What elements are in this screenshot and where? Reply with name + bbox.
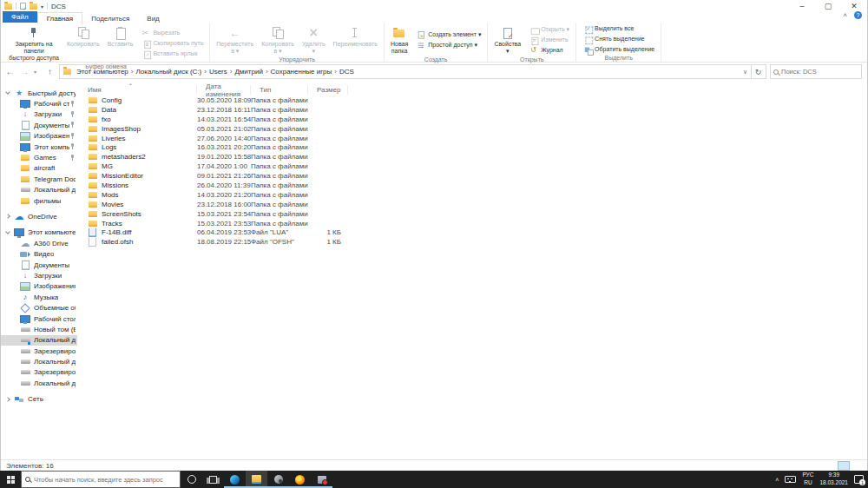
sidebar-item-музыка[interactable]: Музыка bbox=[1, 292, 77, 302]
file-explorer-button[interactable] bbox=[246, 471, 267, 488]
ribbon-button-newfolder[interactable]: Новаяпапка bbox=[387, 23, 411, 56]
ribbon-button-copypath[interactable]: Скопировать путь bbox=[137, 38, 207, 48]
sidebar-item-фильмы[interactable]: фильмы bbox=[1, 195, 77, 206]
sidebar-item-загрузки[interactable]: Загрузки bbox=[1, 109, 77, 120]
sidebar-item-зарезервировано-с[interactable]: Зарезервировано с bbox=[1, 346, 77, 356]
history-dropdown-button[interactable]: ▾ bbox=[34, 69, 41, 75]
file-row[interactable]: Data23.12.2018 16:11Папка с файлами bbox=[79, 105, 867, 115]
column-header-1[interactable]: Дата изменения bbox=[197, 85, 251, 95]
breadcrumb-segment[interactable]: Сохраненные игры bbox=[268, 67, 335, 76]
task-view-button[interactable] bbox=[202, 471, 224, 488]
column-header-3[interactable]: Размер bbox=[308, 85, 348, 95]
tab-Главная[interactable]: Главная bbox=[37, 12, 82, 24]
up-button[interactable]: ↑ bbox=[44, 67, 56, 76]
file-row[interactable]: Liveries27.06.2020 14:40Папка с файлами bbox=[79, 134, 867, 143]
search-input[interactable] bbox=[781, 68, 858, 76]
sidebar-item-изображения[interactable]: Изображения bbox=[1, 131, 77, 142]
chevron-down-icon[interactable] bbox=[5, 229, 10, 234]
thumbnails-view-button[interactable] bbox=[852, 461, 864, 471]
taskbar-search-input[interactable] bbox=[34, 476, 176, 484]
tab-file[interactable]: Файл bbox=[3, 11, 37, 23]
close-button[interactable]: ✕ bbox=[841, 1, 867, 12]
sidebar-item-aircraft[interactable]: aircraft bbox=[1, 163, 77, 174]
ribbon-button-selectall[interactable]: Выделить все bbox=[579, 23, 658, 33]
column-header-0[interactable]: Имя bbox=[79, 85, 197, 95]
sidebar-item-зарезервировано-с[interactable]: Зарезервировано с bbox=[1, 367, 77, 378]
sidebar-item-новый-том-b-[interactable]: Новый том (B:) bbox=[1, 324, 77, 334]
sidebar-item-изображения[interactable]: Изображения bbox=[1, 281, 77, 292]
ribbon-button-cut[interactable]: Вырезать bbox=[137, 28, 207, 37]
sidebar-item-этот-компьютер[interactable]: Этот компьютер bbox=[1, 228, 77, 238]
sidebar-item-объемные-объект[interactable]: Объемные объект bbox=[1, 302, 77, 313]
ribbon-button-open[interactable]: Открыть ▾ bbox=[525, 24, 573, 34]
ribbon-button-move[interactable]: Переместитьв ▾ bbox=[213, 23, 257, 56]
sidebar-item-локальный-диск-c[interactable]: Локальный диск (C bbox=[1, 335, 77, 346]
start-button[interactable] bbox=[0, 471, 21, 488]
file-row[interactable]: F-14B.diff06.04.2019 23:53Файл "LUA"1 КБ bbox=[79, 228, 867, 237]
file-row[interactable]: Config30.05.2020 18:09Папка с файлами bbox=[79, 96, 867, 105]
file-row[interactable]: Logs16.03.2021 20:20Папка с файлами bbox=[79, 142, 867, 152]
sidebar-item-a360-drive[interactable]: A360 Drive bbox=[1, 238, 77, 248]
sidebar-item-документы[interactable]: Документы bbox=[1, 260, 77, 270]
details-view-button[interactable] bbox=[838, 461, 850, 471]
touch-keyboard-icon[interactable] bbox=[785, 476, 796, 483]
breadcrumb-segment[interactable]: Дмитрий bbox=[232, 67, 265, 76]
chevron-right-icon[interactable] bbox=[5, 397, 10, 402]
ribbon-button-deselect[interactable]: Снять выделение bbox=[579, 34, 658, 43]
sidebar-item-telegram-documen[interactable]: Telegram Documen bbox=[1, 174, 77, 184]
sidebar-item-быстрый-доступ[interactable]: Быстрый доступ bbox=[1, 88, 77, 98]
firefox-button[interactable] bbox=[289, 471, 311, 488]
sidebar-item-локальный-диск-x[interactable]: Локальный диск (X bbox=[1, 378, 77, 388]
ribbon-button-invert[interactable]: Обратить выделение bbox=[579, 44, 658, 54]
sidebar-item-видео[interactable]: Видео bbox=[1, 248, 77, 259]
chevron-right-icon[interactable] bbox=[5, 214, 10, 220]
sidebar-item-загрузки[interactable]: Загрузки bbox=[1, 270, 77, 280]
language-indicator[interactable]: РУС RU bbox=[802, 472, 813, 487]
tab-Вид[interactable]: Вид bbox=[138, 13, 168, 24]
ribbon-button-edit[interactable]: Изменить bbox=[525, 35, 573, 44]
ribbon-button-newitem[interactable]: Создать элемент ▾ bbox=[412, 30, 484, 39]
ribbon-button-paste[interactable]: Вставить bbox=[104, 23, 137, 63]
sidebar-item-рабочий-стол[interactable]: Рабочий стол bbox=[1, 313, 77, 324]
screenshot-app-button[interactable] bbox=[311, 471, 332, 488]
ribbon-button-props[interactable]: Свойства▾ bbox=[490, 23, 524, 56]
back-button[interactable]: ← bbox=[4, 67, 16, 76]
forward-button[interactable]: → bbox=[19, 67, 30, 76]
file-row[interactable]: failed.ofsh18.08.2019 22:15Файл "OFSH"1 … bbox=[79, 237, 867, 247]
sidebar-item-onedrive[interactable]: OneDrive bbox=[1, 211, 77, 221]
pinned-app-button[interactable] bbox=[267, 471, 289, 488]
ribbon-button-pin[interactable]: Закрепить на панелибыстрого доступа bbox=[5, 23, 62, 63]
edge-button[interactable] bbox=[224, 471, 246, 488]
qat-dropdown-button[interactable]: ▾ bbox=[41, 3, 43, 10]
file-row[interactable]: Tracks15.03.2021 23:53Папка с файлами bbox=[79, 219, 867, 228]
breadcrumb-segment[interactable]: Users bbox=[207, 67, 230, 76]
sidebar-item-этот-компьютер[interactable]: Этот компьютер bbox=[1, 142, 77, 152]
file-row[interactable]: ScreenShots15.03.2021 23:54Папка с файла… bbox=[79, 209, 867, 219]
file-row[interactable]: Movies23.12.2018 16:00Папка с файлами bbox=[79, 200, 867, 209]
file-row[interactable]: Mods14.03.2020 21:20Папка с файлами bbox=[79, 190, 867, 200]
cortana-button[interactable] bbox=[181, 471, 202, 488]
ribbon-button-easyaccess[interactable]: Простой доступ ▾ bbox=[412, 40, 484, 49]
breadcrumb-segment[interactable]: Локальный диск (C:) bbox=[134, 67, 205, 76]
qat-new-folder-button[interactable] bbox=[30, 3, 37, 10]
column-header-2[interactable]: Тип bbox=[251, 85, 308, 95]
action-center-button[interactable]: 1 bbox=[854, 475, 864, 484]
sidebar-item-сеть[interactable]: Сеть bbox=[1, 394, 77, 405]
file-row[interactable]: Missions26.04.2020 11:39Папка с файлами bbox=[79, 181, 867, 190]
ribbon-button-copyto[interactable]: Копироватьв ▾ bbox=[258, 23, 298, 56]
file-row[interactable]: metashaders219.01.2020 15:58Папка с файл… bbox=[79, 152, 867, 162]
sidebar-item-games[interactable]: Games bbox=[1, 152, 77, 162]
ribbon-button-history[interactable]: Журнал bbox=[525, 45, 573, 55]
qat-properties-button[interactable] bbox=[20, 3, 26, 10]
minimize-button[interactable]: – bbox=[789, 1, 815, 12]
refresh-button[interactable]: ↻ bbox=[751, 64, 766, 79]
ribbon-button-rename[interactable]: Переименовать bbox=[330, 23, 381, 56]
file-row[interactable]: fxo14.03.2021 16:54Папка с файлами bbox=[79, 115, 867, 124]
ribbon-button-shortcut[interactable]: Вставить ярлык bbox=[137, 49, 207, 58]
help-button[interactable]: ? bbox=[854, 11, 862, 19]
tray-expand-button[interactable]: ˄ bbox=[775, 477, 779, 483]
ribbon-button-delete[interactable]: Удалить▾ bbox=[299, 23, 329, 56]
restore-button[interactable]: ▢ bbox=[815, 1, 841, 12]
sidebar-item-локальный-диск-h[interactable]: Локальный диск (H bbox=[1, 356, 77, 366]
collapse-ribbon-button[interactable]: ˄ bbox=[843, 11, 847, 19]
